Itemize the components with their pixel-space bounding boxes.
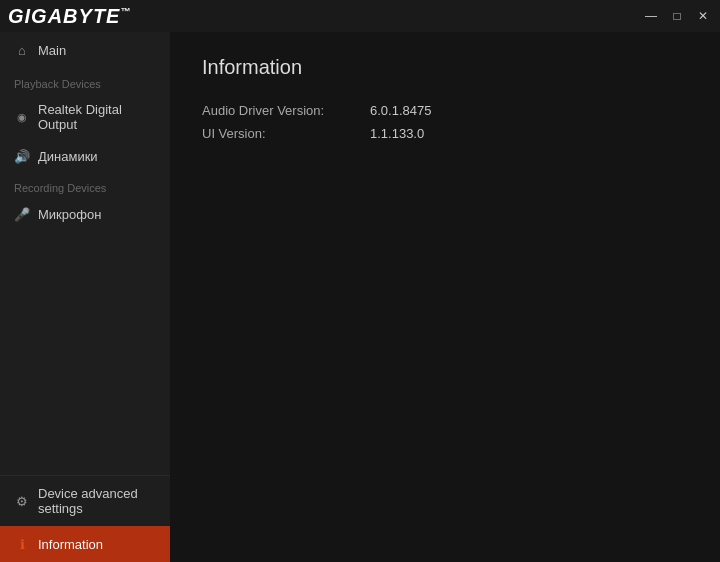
sidebar-main-label: Main: [38, 43, 66, 58]
title-bar-left: GIGABYTE™: [8, 5, 131, 28]
sidebar-item-microphone[interactable]: 🎤 Микрофон: [0, 198, 170, 230]
playback-section-label: Playback Devices: [0, 68, 170, 94]
speaker-icon: 🔊: [14, 148, 30, 164]
info-row-audio-driver: Audio Driver Version: 6.0.1.8475: [202, 103, 688, 118]
sidebar-item-speakers[interactable]: 🔊 Динамики: [0, 140, 170, 172]
sidebar-top: ⌂ Main Playback Devices ◉ Realtek Digita…: [0, 32, 170, 475]
mic-icon: 🎤: [14, 206, 30, 222]
title-bar: GIGABYTE™ — □ ✕: [0, 0, 720, 32]
app-container: ⌂ Main Playback Devices ◉ Realtek Digita…: [0, 32, 720, 562]
info-table: Audio Driver Version: 6.0.1.8475 UI Vers…: [202, 103, 688, 141]
minimize-button[interactable]: —: [642, 7, 660, 25]
sidebar-item-device-advanced-settings[interactable]: ⚙ Device advanced settings: [0, 476, 170, 526]
info-row-ui-version: UI Version: 1.1.133.0: [202, 126, 688, 141]
sidebar-speakers-label: Динамики: [38, 149, 98, 164]
ui-version-value: 1.1.133.0: [370, 126, 424, 141]
main-content: Information Audio Driver Version: 6.0.1.…: [170, 32, 720, 562]
sidebar-info-label: Information: [38, 537, 103, 552]
recording-section-label: Recording Devices: [0, 172, 170, 198]
page-title: Information: [202, 56, 688, 79]
home-icon: ⌂: [14, 42, 30, 58]
close-button[interactable]: ✕: [694, 7, 712, 25]
ui-version-label: UI Version:: [202, 126, 362, 141]
realtek-icon: ◉: [14, 109, 30, 125]
gigabyte-logo: GIGABYTE™: [8, 5, 131, 28]
sidebar-bottom: ⚙ Device advanced settings ℹ Information: [0, 475, 170, 562]
audio-driver-label: Audio Driver Version:: [202, 103, 362, 118]
sidebar-mic-label: Микрофон: [38, 207, 101, 222]
sidebar-item-information[interactable]: ℹ Information: [0, 526, 170, 562]
sidebar-settings-label: Device advanced settings: [38, 486, 156, 516]
info-icon: ℹ: [14, 536, 30, 552]
audio-driver-value: 6.0.1.8475: [370, 103, 431, 118]
sidebar-item-realtek-digital-output[interactable]: ◉ Realtek Digital Output: [0, 94, 170, 140]
sidebar-item-main[interactable]: ⌂ Main: [0, 32, 170, 68]
maximize-button[interactable]: □: [668, 7, 686, 25]
sidebar-realtek-label: Realtek Digital Output: [38, 102, 156, 132]
gear-icon: ⚙: [14, 493, 30, 509]
title-bar-controls: — □ ✕: [642, 7, 712, 25]
sidebar: ⌂ Main Playback Devices ◉ Realtek Digita…: [0, 32, 170, 562]
